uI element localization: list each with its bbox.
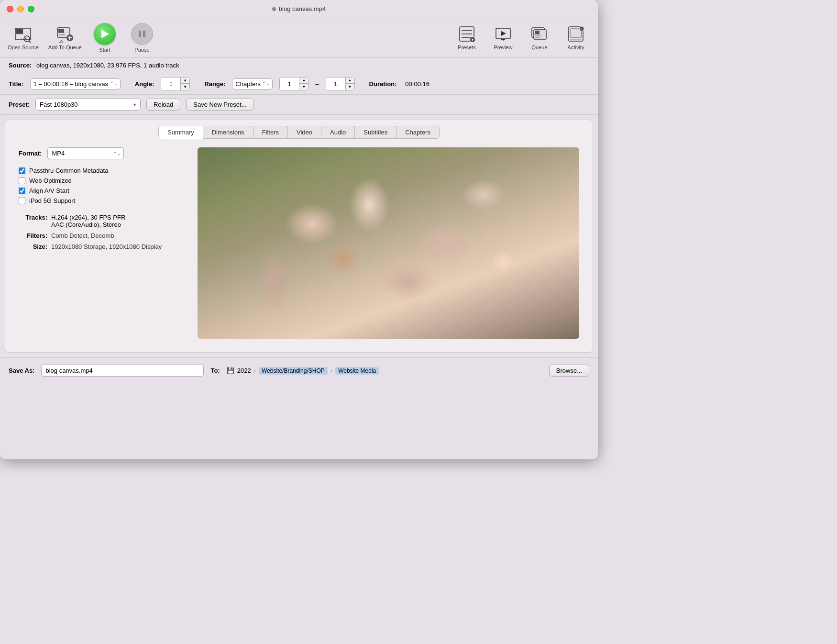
duration-value: 00:00:16 bbox=[405, 80, 430, 88]
traffic-lights bbox=[7, 6, 34, 12]
align-av-checkbox[interactable] bbox=[19, 188, 25, 194]
svg-marker-23 bbox=[501, 31, 506, 36]
add-to-queue-button[interactable]: Add To Queue bbox=[48, 25, 82, 50]
svg-text:i: i bbox=[581, 27, 582, 31]
queue-button[interactable]: Queue bbox=[525, 25, 554, 50]
window-title: blog canvas.mp4 bbox=[272, 5, 326, 12]
range-type-wrapper: Chapters bbox=[232, 78, 273, 89]
tab-audio[interactable]: Audio bbox=[321, 126, 355, 139]
start-icon[interactable] bbox=[94, 23, 116, 45]
maximize-button[interactable] bbox=[28, 6, 34, 12]
chapter-start-stepper: 1 ▲ ▼ bbox=[279, 77, 308, 90]
start-button[interactable]: Start bbox=[91, 23, 118, 53]
bottom-bar: Save As: To: 💾 2022 › Website/Branding/S… bbox=[0, 357, 598, 383]
size-value: 1920x1080 Storage, 1920x1080 Display bbox=[51, 243, 162, 250]
size-info-row: Size: 1920x1080 Storage, 1920x1080 Displ… bbox=[19, 243, 186, 250]
angle-down-button[interactable]: ▼ bbox=[181, 84, 189, 90]
svg-rect-8 bbox=[58, 29, 64, 33]
chapter-end-down-button[interactable]: ▼ bbox=[346, 84, 354, 90]
path-folder-1: Website/Branding/SHOP bbox=[259, 367, 328, 375]
presets-button[interactable]: Presets bbox=[452, 25, 481, 50]
pause-label: Pause bbox=[134, 47, 149, 53]
summary-left-panel: Format: MP4 Passthru Common Metadata Web… bbox=[19, 147, 186, 339]
svg-rect-1 bbox=[16, 29, 23, 34]
save-new-preset-button[interactable]: Save New Preset... bbox=[186, 99, 253, 111]
passthru-checkbox[interactable] bbox=[19, 167, 25, 174]
checkbox-group: Passthru Common Metadata Web Optimized A… bbox=[19, 167, 186, 204]
chapter-end-stepper-buttons: ▲ ▼ bbox=[345, 78, 354, 90]
svg-marker-14 bbox=[59, 40, 63, 43]
chapter-end-up-button[interactable]: ▲ bbox=[346, 78, 354, 84]
filters-value: Comb Detect, Decomb bbox=[51, 232, 114, 239]
tab-summary[interactable]: Summary bbox=[158, 126, 203, 139]
format-row: Format: MP4 bbox=[19, 147, 186, 159]
source-bar: Source: blog canvas, 1920x1080, 23.976 F… bbox=[0, 58, 598, 73]
chapter-end-stepper: 1 ▲ ▼ bbox=[326, 77, 355, 90]
close-button[interactable] bbox=[7, 6, 13, 12]
title-select[interactable]: 1 – 00:00:16 – blog canvas bbox=[30, 78, 121, 89]
activity-icon: i bbox=[567, 25, 584, 43]
presets-icon bbox=[458, 25, 475, 43]
preview-icon bbox=[495, 25, 512, 43]
queue-label: Queue bbox=[531, 44, 547, 50]
tab-filters[interactable]: Filters bbox=[253, 126, 288, 139]
path-drive-icon: 💾 bbox=[227, 367, 234, 374]
info-rows: Tracks: H.264 (x264), 30 FPS PFR AAC (Co… bbox=[19, 214, 186, 250]
web-optimized-checkbox[interactable] bbox=[19, 178, 25, 184]
content-area: Summary Dimensions Filters Video Audio S… bbox=[5, 120, 593, 353]
svg-line-5 bbox=[29, 41, 31, 43]
size-label: Size: bbox=[19, 243, 47, 250]
preview-button[interactable]: Preview bbox=[489, 25, 518, 50]
filters-info-label: Filters: bbox=[19, 232, 47, 239]
to-label: To: bbox=[210, 367, 220, 374]
browse-button[interactable]: Browse... bbox=[549, 365, 589, 377]
pause-button[interactable]: Pause bbox=[128, 23, 156, 53]
preset-select[interactable]: Fast 1080p30 bbox=[35, 99, 141, 111]
title-dot-icon bbox=[272, 7, 276, 11]
preset-row: Preset: Fast 1080p30 Reload Save New Pre… bbox=[0, 95, 598, 115]
path-drive: 2022 bbox=[237, 367, 251, 374]
tab-subtitles[interactable]: Subtitles bbox=[355, 126, 396, 139]
format-select-wrapper: MP4 bbox=[47, 147, 124, 159]
tab-dimensions[interactable]: Dimensions bbox=[203, 126, 253, 139]
preset-select-wrapper: Fast 1080p30 bbox=[35, 99, 141, 111]
path-area: 💾 2022 › Website/Branding/SHOP › Website… bbox=[227, 367, 542, 375]
title-select-wrapper: 1 – 00:00:16 – blog canvas bbox=[30, 78, 121, 89]
tabs: Summary Dimensions Filters Video Audio S… bbox=[5, 120, 593, 139]
summary-content: Format: MP4 Passthru Common Metadata Web… bbox=[5, 139, 593, 347]
tracks-label: Tracks: bbox=[19, 214, 47, 221]
save-as-input[interactable] bbox=[41, 365, 204, 377]
angle-input[interactable]: 1 bbox=[161, 78, 180, 90]
activity-label: Activity bbox=[568, 44, 584, 50]
range-type-select[interactable]: Chapters bbox=[232, 78, 273, 89]
chapter-start-up-button[interactable]: ▲ bbox=[299, 78, 308, 84]
svg-rect-28 bbox=[535, 31, 540, 34]
toolbar: + Open Source Add To Queue Start bbox=[0, 18, 598, 58]
path-sep-1: › bbox=[254, 367, 256, 374]
presets-label: Presets bbox=[458, 44, 475, 50]
activity-button[interactable]: i Activity bbox=[562, 25, 590, 50]
chapter-start-stepper-buttons: ▲ ▼ bbox=[299, 78, 308, 90]
chapter-start-down-button[interactable]: ▼ bbox=[299, 84, 308, 90]
chapter-start-input[interactable]: 1 bbox=[280, 78, 299, 90]
web-optimized-label: Web Optimized bbox=[29, 177, 72, 184]
ipod-checkbox[interactable] bbox=[19, 198, 25, 204]
tracks-info-row: Tracks: H.264 (x264), 30 FPS PFR AAC (Co… bbox=[19, 214, 186, 228]
align-av-label: Align A/V Start bbox=[29, 187, 69, 194]
open-source-icon: + bbox=[14, 25, 32, 43]
source-value: blog canvas, 1920x1080, 23.976 FPS, 1 au… bbox=[36, 62, 179, 69]
tab-chapters[interactable]: Chapters bbox=[396, 126, 440, 139]
angle-up-button[interactable]: ▲ bbox=[181, 78, 189, 84]
minimize-button[interactable] bbox=[17, 6, 24, 12]
chapter-end-input[interactable]: 1 bbox=[326, 78, 345, 90]
reload-button[interactable]: Reload bbox=[146, 99, 180, 111]
open-source-button[interactable]: + Open Source bbox=[8, 25, 39, 50]
passthru-checkbox-item: Passthru Common Metadata bbox=[19, 167, 186, 174]
pause-icon[interactable] bbox=[131, 23, 153, 45]
tracks-value: H.264 (x264), 30 FPS PFR AAC (CoreAudio)… bbox=[51, 214, 125, 228]
tab-video[interactable]: Video bbox=[288, 126, 321, 139]
format-select[interactable]: MP4 bbox=[47, 147, 124, 159]
start-label: Start bbox=[99, 47, 110, 53]
angle-stepper: 1 ▲ ▼ bbox=[161, 77, 190, 90]
range-dash: – bbox=[315, 80, 319, 88]
